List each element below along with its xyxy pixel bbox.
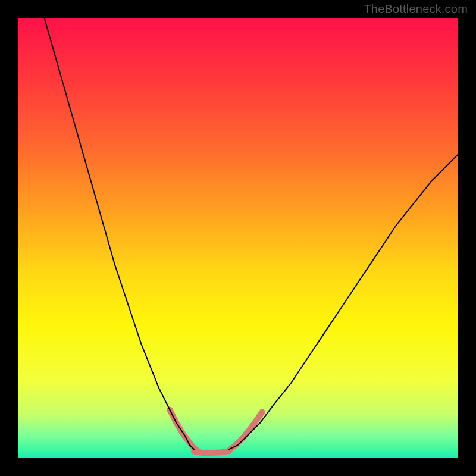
left-curve-path — [44, 18, 194, 449]
watermark-text: TheBottleneck.com — [364, 2, 468, 16]
valley-highlight-left-path — [170, 410, 198, 452]
valley-highlight-bottom-path — [194, 451, 229, 453]
right-curve-path — [229, 154, 458, 449]
chart-root: TheBottleneck.com — [0, 0, 476, 476]
valley-highlight-right-path — [229, 412, 262, 450]
curve-layer — [18, 18, 458, 458]
plot-area — [18, 18, 458, 458]
